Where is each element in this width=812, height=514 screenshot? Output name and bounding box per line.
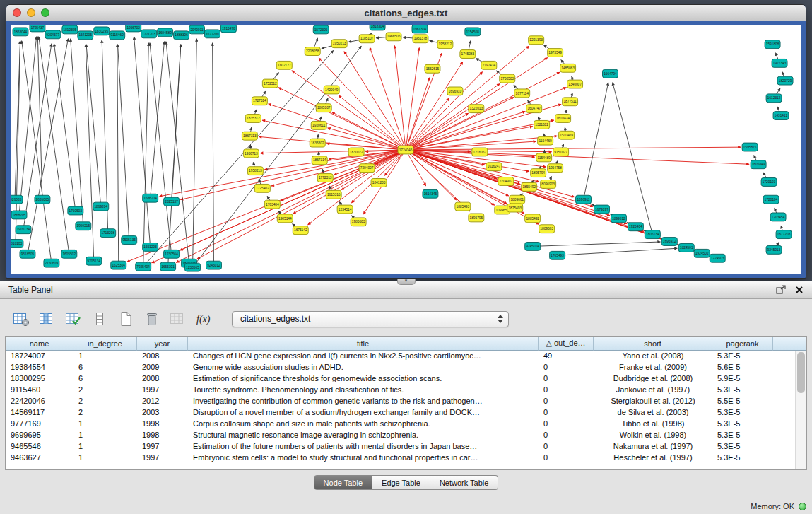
graph-node[interactable]: 1185107 (359, 35, 375, 43)
table-row[interactable]: 1872400712008Changes of HCN gene express… (6, 351, 806, 362)
graph-node[interactable]: 1686204 (143, 194, 158, 202)
graph-node[interactable]: 1966505 (386, 33, 401, 41)
graph-node[interactable]: 1230565 (185, 263, 201, 271)
graph-node[interactable]: 9245012 (206, 261, 222, 269)
graph-node[interactable]: 1696911 (576, 195, 592, 204)
graph-node[interactable]: 1610474 (555, 115, 571, 123)
graph-node[interactable]: 1720104 (763, 195, 779, 204)
column-header-out_degree[interactable]: △ out_de… (539, 337, 594, 351)
graph-node[interactable]: 9245013 (766, 245, 782, 254)
table-row[interactable]: 2242004622012Investigating the contribut… (6, 396, 806, 407)
graph-node[interactable]: 1805134 (645, 230, 660, 239)
graph-node[interactable]: 1612312 (766, 94, 782, 103)
graph-node[interactable]: 1595815 (742, 143, 758, 151)
graph-node[interactable]: 1956702 (126, 25, 141, 32)
vertical-scrollbar[interactable] (795, 351, 806, 469)
graph-node[interactable]: 1154508 (465, 28, 481, 36)
graph-node[interactable]: 1818304 (370, 25, 385, 30)
graph-node[interactable]: 1154469 (538, 136, 553, 145)
graph-node[interactable]: 2025137 (164, 197, 180, 206)
import-table-icon[interactable] (168, 310, 188, 328)
delete-column-icon[interactable] (142, 310, 162, 328)
graph-node[interactable]: 1725437 (30, 25, 45, 32)
graph-node[interactable]: 1725402 (254, 184, 270, 192)
column-header-title[interactable]: title (188, 337, 539, 351)
graph-node[interactable]: 1895794 (531, 169, 546, 177)
graph-node[interactable]: 1830295 (94, 27, 110, 35)
graph-node[interactable]: 1954758 (548, 164, 563, 173)
graph-node[interactable]: 1936713 (243, 149, 259, 158)
graph-node[interactable]: 1230564 (164, 250, 180, 258)
column-header-short[interactable]: short (594, 337, 712, 351)
graph-node[interactable]: 1724046 (398, 146, 413, 154)
graph-node[interactable]: 1616247 (486, 163, 502, 171)
table-selector-dropdown[interactable]: citations_edges.txt (232, 311, 509, 327)
graph-node[interactable]: 1713208 (100, 229, 116, 238)
table-settings-icon[interactable] (11, 310, 31, 328)
new-column-icon[interactable] (116, 310, 136, 328)
graph-node[interactable]: 2042011 (189, 25, 205, 34)
graph-node[interactable]: 1752512 (262, 79, 278, 88)
graph-node[interactable]: 1961378 (413, 35, 428, 43)
window-titlebar[interactable]: citations_edges.txt (6, 5, 806, 21)
graph-node[interactable]: 1605502 (61, 250, 77, 258)
column-header-year[interactable]: year (137, 337, 188, 351)
graph-node[interactable]: 1420049 (324, 86, 339, 94)
graph-node[interactable]: 2204907 (498, 177, 514, 186)
graph-node[interactable]: 1958212 (437, 40, 453, 49)
graph-node[interactable]: 1920611 (311, 121, 326, 129)
graph-node[interactable]: 1927343 (772, 59, 787, 67)
graph-node[interactable]: 1604589 (158, 28, 173, 37)
graph-node[interactable]: 1696912 (661, 238, 677, 246)
tab-edge-table[interactable]: Edge Table (372, 475, 430, 490)
graph-node[interactable]: 1867314 (312, 156, 327, 165)
graph-node[interactable]: 1924502 (694, 249, 710, 257)
graph-node[interactable]: 9151027 (553, 148, 569, 156)
column-header-in_degree[interactable]: in_degree (73, 337, 137, 351)
graph-node[interactable]: 1899012 (611, 214, 626, 223)
graph-node[interactable]: 1591808 (765, 40, 780, 49)
graph-node[interactable]: 1836302 (310, 139, 325, 147)
graph-node[interactable]: 1877511 (563, 98, 578, 106)
graph-node[interactable]: 1614345 (423, 189, 438, 198)
graph-node[interactable]: 1812305 (62, 25, 78, 34)
graph-node[interactable]: 9318505 (20, 250, 35, 258)
graph-node[interactable]: 1990215 (76, 222, 91, 230)
graph-node[interactable]: 1950213 (331, 40, 347, 48)
graph-node[interactable]: 1915476 (220, 25, 236, 33)
graph-node[interactable]: 1958213 (247, 167, 263, 175)
graph-node[interactable]: 1772313 (317, 174, 333, 182)
function-builder-icon[interactable]: f(x) (194, 310, 214, 328)
graph-node[interactable]: 1765493 (550, 251, 565, 259)
graph-node[interactable]: 1855492 (522, 182, 537, 191)
graph-node[interactable]: 1625304 (111, 261, 126, 269)
graph-node[interactable]: 1875493 (507, 204, 523, 212)
edit-table-icon[interactable] (64, 310, 83, 328)
network-canvas[interactable]: 1863044172543792046771812305164120518302… (11, 25, 801, 274)
table-row[interactable]: 946554611997Estimation of the future num… (6, 441, 806, 452)
panel-splitter-handle[interactable]: ▾ (397, 279, 416, 285)
network-window[interactable]: citations_edges.txt 18630441725437920467… (6, 4, 806, 279)
graph-node[interactable]: 2626065 (35, 195, 50, 204)
graph-node[interactable]: 1340007 (567, 80, 583, 88)
graph-node[interactable]: 1841203 (371, 179, 387, 187)
graph-node[interactable]: 7204007 (359, 164, 375, 173)
graph-node[interactable]: 1885493 (455, 202, 471, 211)
graph-node[interactable]: 1727514 (252, 97, 267, 105)
table-row[interactable]: 969969511998Structural magnetic resonanc… (6, 430, 806, 441)
graph-node[interactable]: 1675142 (293, 226, 308, 235)
graph-node[interactable]: 1431412 (773, 112, 789, 120)
graph-node[interactable]: 1745083 (460, 50, 476, 59)
table-row[interactable]: 1830029562008Estimation of significance … (6, 373, 806, 385)
graph-node[interactable]: 2208058 (305, 47, 320, 56)
graph-node[interactable]: 1321612 (534, 120, 550, 129)
window-minimize-button[interactable] (27, 8, 35, 17)
table-row[interactable]: 1456911722003Disruption of a novel membe… (6, 407, 806, 419)
graph-node[interactable]: 1868205 (11, 211, 27, 219)
window-close-button[interactable] (13, 8, 21, 17)
graph-node[interactable]: 1863044 (13, 28, 28, 36)
graph-node[interactable]: 2026065 (11, 195, 23, 204)
graph-node[interactable]: 1224503 (710, 254, 725, 262)
graph-node[interactable]: 1696910 (447, 87, 463, 95)
graph-node[interactable]: 1867313 (242, 132, 257, 140)
